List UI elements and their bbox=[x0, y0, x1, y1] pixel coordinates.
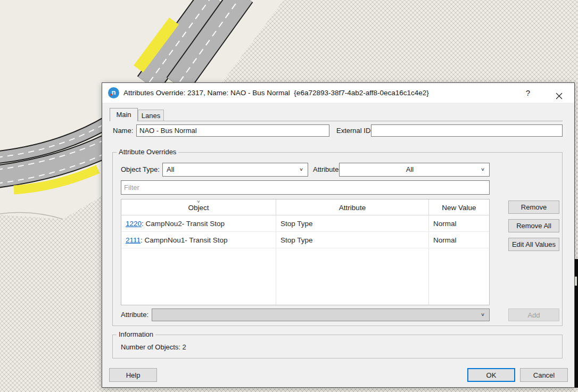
information-group: Information Number of Objects: 2 bbox=[112, 335, 563, 358]
attribute-overrides-group-title: Attribute Overrides bbox=[117, 148, 178, 156]
attribute-filter-label: Attribute: bbox=[313, 163, 341, 177]
tab-divider bbox=[110, 121, 563, 121]
logo-letter: n bbox=[112, 88, 116, 96]
chevron-down-icon: ∨ bbox=[299, 167, 303, 172]
cell-attribute: Stop Type bbox=[276, 232, 428, 248]
edit-all-values-button[interactable]: Edit All Values bbox=[508, 238, 559, 251]
column-header-object-label: Object bbox=[188, 204, 209, 212]
cell-object: 2111: CampnNou1- Transit Stop bbox=[121, 232, 276, 248]
aimsun-logo-icon: n bbox=[108, 87, 119, 98]
cancel-button[interactable]: Cancel bbox=[520, 368, 568, 382]
add-attribute-select[interactable]: ∨ bbox=[152, 308, 490, 321]
add-attribute-value bbox=[156, 309, 476, 321]
object-id-link[interactable]: 1220 bbox=[126, 220, 142, 228]
table-row[interactable]: 1220: CampNou2- Transit Stop Stop Type N… bbox=[121, 215, 489, 232]
dialog-titlebar[interactable]: n Attributes Override: 2317, Name: NAO -… bbox=[102, 83, 574, 103]
titlebar-help-button[interactable]: ? bbox=[518, 83, 538, 103]
remove-button[interactable]: Remove bbox=[508, 201, 559, 214]
object-id-link[interactable]: 2111 bbox=[126, 236, 141, 244]
column-header-new-value-label: New Value bbox=[442, 204, 476, 212]
attribute-filter-select[interactable]: All ∨ bbox=[339, 163, 490, 177]
object-type-value: All bbox=[167, 163, 295, 176]
table-row[interactable]: 2111: CampnNou1- Transit Stop Stop Type … bbox=[121, 232, 489, 248]
table-header: ∨ Object Attribute New Value bbox=[121, 199, 489, 215]
number-of-objects-text: Number of Objects: 2 bbox=[121, 342, 186, 353]
cell-new-value: Normal bbox=[429, 232, 489, 248]
ok-button[interactable]: OK bbox=[467, 368, 515, 382]
object-type-label: Object Type: bbox=[121, 163, 160, 177]
tab-lanes[interactable]: Lanes bbox=[138, 110, 164, 121]
cell-object: 1220: CampNou2- Transit Stop bbox=[121, 215, 276, 232]
cell-new-value: Normal bbox=[429, 215, 489, 232]
name-label: Name: bbox=[113, 124, 133, 137]
screen: n Attributes Override: 2317, Name: NAO -… bbox=[0, 0, 578, 392]
object-text: : CampnNou1- Transit Stop bbox=[141, 236, 228, 244]
column-header-attribute[interactable]: Attribute bbox=[276, 199, 429, 215]
attribute-overrides-group: Attribute Overrides Object Type: All ∨ A… bbox=[112, 152, 563, 326]
chevron-down-icon: ∨ bbox=[481, 312, 485, 318]
cell-attribute: Stop Type bbox=[276, 215, 428, 232]
close-icon[interactable] bbox=[549, 83, 568, 103]
help-button[interactable]: Help bbox=[109, 368, 157, 382]
add-button[interactable]: Add bbox=[508, 308, 559, 321]
external-id-label: External ID: bbox=[336, 124, 373, 137]
column-header-attribute-label: Attribute bbox=[339, 204, 366, 212]
name-input[interactable] bbox=[136, 124, 329, 137]
remove-all-button[interactable]: Remove All bbox=[508, 219, 559, 232]
information-group-title: Information bbox=[117, 330, 155, 338]
column-header-object[interactable]: ∨ Object bbox=[121, 199, 276, 215]
chevron-down-icon: ∨ bbox=[481, 167, 485, 172]
tab-main[interactable]: Main bbox=[110, 108, 138, 121]
logo-dot-icon bbox=[110, 94, 112, 96]
overrides-table: ∨ Object Attribute New Value 1220: CampN… bbox=[121, 199, 490, 305]
sort-indicator-icon: ∨ bbox=[196, 199, 200, 204]
column-header-new-value[interactable]: New Value bbox=[429, 199, 489, 215]
add-attribute-label: Attribute: bbox=[121, 308, 148, 321]
external-id-input[interactable] bbox=[371, 124, 563, 137]
object-type-select[interactable]: All ∨ bbox=[162, 163, 308, 177]
object-text: : CampNou2- Transit Stop bbox=[142, 220, 225, 228]
attributes-override-dialog: n Attributes Override: 2317, Name: NAO -… bbox=[102, 82, 575, 388]
filter-input[interactable] bbox=[121, 180, 490, 195]
dialog-title: Attributes Override: 2317, Name: NAO - B… bbox=[123, 83, 429, 103]
attribute-filter-value: All bbox=[343, 163, 476, 176]
